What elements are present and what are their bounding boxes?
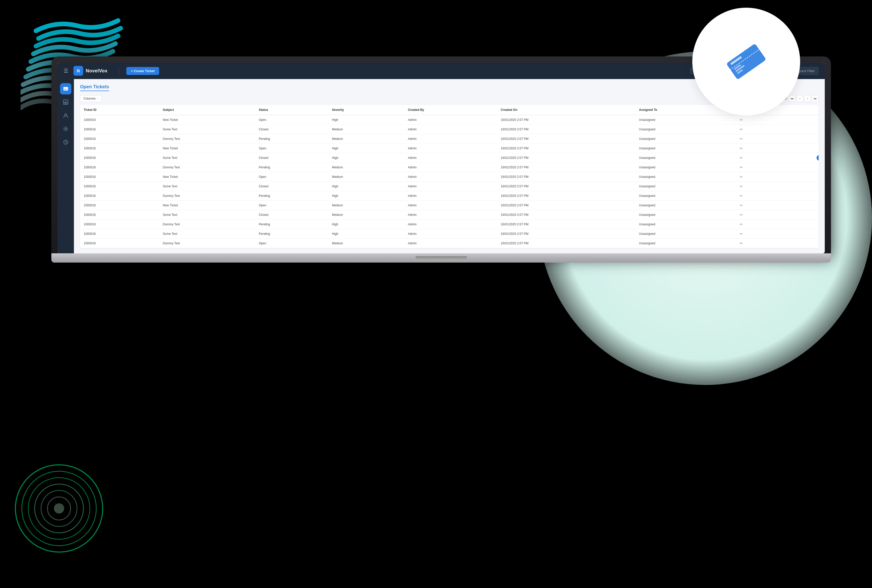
cell-severity: High [328,182,404,191]
edit-button[interactable]: ✏ [740,118,743,122]
edit-button[interactable]: ✏ [740,175,743,179]
cell-created-on: 16/01/2020 2:07 PM [497,201,636,210]
cell-subject: Dummy Text [159,134,255,144]
sidebar [57,79,74,254]
cell-created-on: 16/01/2020 2:07 PM [497,182,636,191]
cell-id: 1000018 [80,229,159,239]
sidebar-item-reports[interactable] [60,96,71,108]
sidebar-item-contacts[interactable] [60,110,71,121]
cell-subject: Dummy Text [159,163,255,172]
cell-created-on: 16/01/2020 2:07 PM [497,220,636,229]
cell-created-by: Admin [404,134,497,144]
cell-status: Open [255,239,328,248]
table-row: 1000018Dummy TextPendingMediumAdmin16/01… [80,163,819,172]
cell-created-by: Admin [404,220,497,229]
cell-created-on: 16/01/2020 2:07 PM [497,229,636,239]
cell-created-on: 16/01/2020 2:07 PM [497,239,636,248]
svg-point-23 [65,114,67,116]
col-header-ticket-id: Ticket ID [80,105,159,115]
cell-id: 1000018 [80,210,159,220]
sidebar-item-history[interactable] [60,136,71,148]
cell-status: Closed [255,182,328,191]
cell-subject: Dummy Text [159,239,255,248]
cell-assigned-to: Unassigned [635,153,736,163]
cell-id: 1000018 [80,191,159,201]
cell-subject: Some Text [159,210,255,220]
cell-edit: ✏ [736,182,819,191]
svg-rect-7 [726,43,767,80]
edit-button[interactable]: ✏ [740,184,743,188]
edit-button[interactable]: ✏ [740,165,743,170]
cell-severity: Medium [328,210,404,220]
cell-id: 1000018 [80,182,159,191]
cell-assigned-to: Unassigned [635,201,736,210]
edit-button[interactable]: ✏ [740,194,743,198]
cell-assigned-to: Unassigned [635,144,736,153]
edit-button[interactable]: ✏ [740,156,743,160]
table-row: 1000018Dummy TextOpenMediumAdmin16/01/20… [80,239,819,248]
edit-button[interactable]: ✏ [740,127,743,131]
cell-created-by: Admin [404,144,497,153]
edit-button[interactable]: ✏ [740,213,743,217]
edit-button[interactable]: ✏ [740,222,743,226]
info-badge[interactable]: i [816,155,819,160]
cell-status: Pending [255,229,328,239]
first-page-button[interactable]: ⏮ [789,95,795,102]
cell-status: Pending [255,134,328,144]
cell-created-on: 16/01/2020 2:07 PM [497,191,636,201]
cell-severity: Medium [328,201,404,210]
edit-button[interactable]: ✏ [740,137,743,141]
cell-edit: ✏ [736,201,819,210]
cell-status: Closed [255,210,328,220]
cell-severity: Medium [328,125,404,134]
edit-button[interactable]: ✏ [740,146,743,150]
col-header-severity: Severity [328,105,404,115]
cell-assigned-to: Unassigned [635,115,736,125]
cell-created-by: Admin [404,115,497,125]
sidebar-item-settings[interactable] [60,123,71,135]
cell-id: 1000018 [80,115,159,125]
edit-button[interactable]: ✏ [740,232,743,236]
col-header-subject: Subject [159,105,255,115]
cell-severity: High [328,115,404,125]
ticket-icon-circle [692,8,800,116]
prev-page-button[interactable]: ‹ [797,95,803,102]
cell-id: 1000018 [80,153,159,163]
cell-assigned-to: Unassigned [635,229,736,239]
columns-button[interactable]: Columns - [80,95,101,102]
cell-created-on: 16/01/2020 2:07 PM [497,144,636,153]
cell-severity: High [328,144,404,153]
cell-severity: Medium [328,163,404,172]
cell-subject: Some Text [159,125,255,134]
hamburger-menu-icon[interactable]: ☰ [64,68,68,74]
cell-subject: New Ticket [159,115,255,125]
columns-dash-icon: - [97,97,98,100]
cell-created-on: 16/01/2020 2:07 PM [497,163,636,172]
cell-status: Closed [255,125,328,134]
cell-subject: New Ticket [159,201,255,210]
edit-button[interactable]: ✏ [740,203,743,207]
cell-created-by: Admin [404,125,497,134]
tickets-table: Ticket ID Subject Status Severity Create… [80,105,819,248]
cell-created-on: 16/01/2020 2:07 PM [497,210,636,220]
table-row: 1000018Some TextPendingHighAdmin16/01/20… [80,229,819,239]
table-row: 1000018New TicketOpenHighAdmin16/01/2020… [80,144,819,153]
cell-edit: ✏ [736,115,819,125]
cell-status: Closed [255,153,328,163]
cell-edit: ✏ [736,144,819,153]
cell-created-on: 16/01/2020 2:07 PM [497,115,636,125]
cell-severity: Medium [328,239,404,248]
next-page-button[interactable]: › [804,95,811,102]
cell-assigned-to: Unassigned [635,172,736,182]
ticket-icon [718,33,774,90]
edit-button[interactable]: ✏ [740,241,743,245]
sidebar-item-tickets[interactable] [60,83,71,94]
cell-status: Open [255,201,328,210]
last-page-button[interactable]: ⏭ [812,95,819,102]
cell-created-on: 16/01/2020 2:07 PM [497,134,636,144]
cell-severity: High [328,220,404,229]
col-header-created-by: Created By [404,105,497,115]
cell-edit: ✏ [736,134,819,144]
create-ticket-button[interactable]: + Create Ticket [126,67,159,75]
cell-edit: ✏ [736,210,819,220]
